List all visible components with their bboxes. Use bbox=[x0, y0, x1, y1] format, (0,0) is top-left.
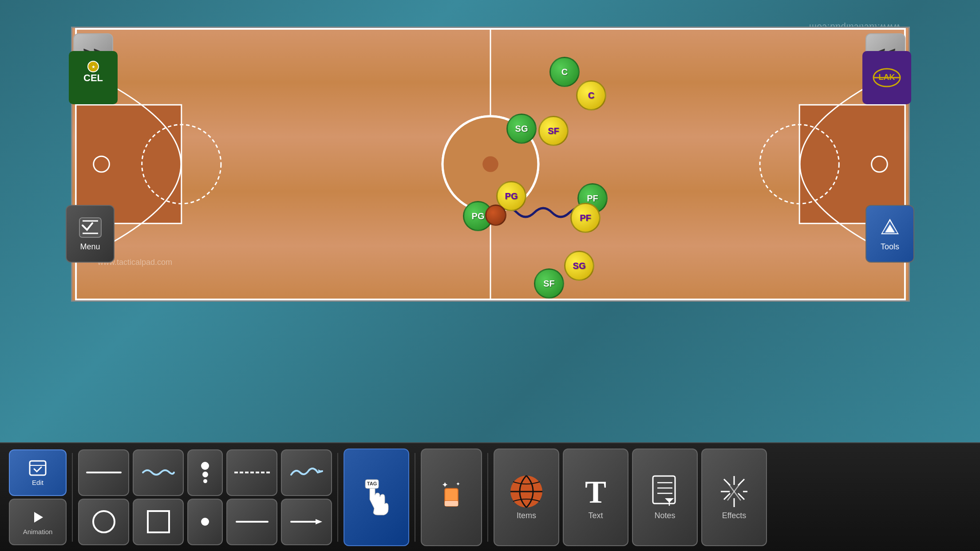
line-solid-icon bbox=[86, 472, 122, 473]
line-solid-button[interactable] bbox=[78, 449, 129, 496]
divider-2 bbox=[337, 453, 338, 542]
line-wave-button[interactable] bbox=[133, 449, 184, 496]
edit-label: Edit bbox=[32, 479, 43, 486]
zigzag-icon bbox=[289, 466, 324, 479]
text-icon: T bbox=[580, 474, 611, 509]
zigzag-tools bbox=[281, 449, 332, 545]
dots-tools bbox=[187, 449, 223, 545]
line-dashed-button[interactable] bbox=[226, 449, 277, 496]
line-dashed-icon bbox=[234, 472, 270, 473]
menu-button[interactable]: Menu bbox=[66, 205, 115, 263]
effects-icon bbox=[719, 474, 750, 509]
line-wave-icon bbox=[141, 466, 176, 479]
items-label: Items bbox=[517, 511, 536, 520]
player-sf1[interactable]: SF bbox=[538, 116, 569, 146]
zigzag-button[interactable] bbox=[281, 449, 332, 496]
svg-text:✦: ✦ bbox=[442, 480, 448, 489]
player-c1[interactable]: C bbox=[549, 57, 580, 87]
court-container: C C SG SF PG PG PF PF SG SF bbox=[71, 27, 910, 302]
notes-button[interactable]: Notes bbox=[632, 449, 698, 546]
hand-select-button[interactable]: TAG bbox=[344, 449, 409, 546]
basketball-icon bbox=[509, 474, 544, 509]
dot-medium bbox=[202, 472, 208, 477]
player-sf2[interactable]: SF bbox=[534, 268, 564, 299]
basketball-court: C C SG SF PG PG PF PF SG SF bbox=[71, 27, 910, 302]
svg-text:TAG: TAG bbox=[367, 481, 377, 486]
svg-text:LAK: LAK bbox=[879, 73, 895, 82]
notes-icon bbox=[649, 474, 680, 509]
dot-group bbox=[201, 462, 209, 483]
svg-text:CEL: CEL bbox=[83, 72, 103, 83]
notes-label: Notes bbox=[654, 511, 675, 520]
edit-animation-group: Edit Animation bbox=[9, 449, 67, 545]
arrow-button[interactable] bbox=[281, 499, 332, 545]
divider-4 bbox=[487, 453, 488, 542]
square-button[interactable] bbox=[133, 499, 184, 545]
dot-small bbox=[203, 479, 207, 483]
player-c2[interactable]: C bbox=[576, 80, 606, 110]
svg-point-8 bbox=[482, 156, 498, 172]
arrow-tools bbox=[226, 449, 277, 545]
line-tools-1 bbox=[78, 449, 129, 545]
effects-button[interactable]: Effects bbox=[701, 449, 767, 546]
tools-icon bbox=[878, 216, 902, 239]
text-label: Text bbox=[588, 511, 603, 520]
tools-label: Tools bbox=[881, 242, 899, 252]
circle-icon bbox=[92, 510, 115, 533]
player-sg2[interactable]: SG bbox=[564, 251, 594, 281]
line-flat-button[interactable] bbox=[226, 499, 277, 545]
eraser-icon: ✦ ✦ bbox=[438, 480, 465, 515]
svg-marker-32 bbox=[34, 512, 43, 523]
team-logo-celtics[interactable]: CEL ★ bbox=[69, 51, 118, 104]
line-flat-icon bbox=[234, 517, 270, 526]
hand-icon: TAG bbox=[361, 477, 392, 517]
square-icon bbox=[147, 510, 170, 533]
svg-text:T: T bbox=[585, 474, 606, 509]
animation-icon bbox=[28, 508, 47, 526]
celtics-logo-svg: CEL ★ bbox=[73, 55, 113, 100]
menu-icon bbox=[78, 216, 103, 239]
player-pf2[interactable]: PF bbox=[570, 203, 601, 233]
eraser-button[interactable]: ✦ ✦ bbox=[421, 449, 482, 546]
player-sg1[interactable]: SG bbox=[506, 114, 537, 144]
edit-icon bbox=[28, 459, 47, 477]
dot-single-button[interactable] bbox=[187, 499, 223, 545]
lakers-logo-svg: LAK bbox=[867, 55, 907, 100]
team-logo-lakers[interactable]: LAK bbox=[862, 51, 911, 104]
svg-rect-41 bbox=[445, 501, 458, 506]
animation-button[interactable]: Animation bbox=[9, 499, 67, 545]
effects-label: Effects bbox=[722, 511, 747, 520]
toolbar: Edit Animation bbox=[0, 442, 980, 551]
divider-1 bbox=[72, 453, 73, 542]
svg-text:★: ★ bbox=[91, 64, 95, 69]
divider-3 bbox=[415, 453, 415, 542]
svg-text:✦: ✦ bbox=[456, 481, 460, 487]
animation-label: Animation bbox=[23, 528, 53, 535]
basketball bbox=[485, 205, 506, 226]
edit-button[interactable]: Edit bbox=[9, 449, 67, 496]
dot-large bbox=[201, 462, 209, 470]
circle-button[interactable] bbox=[78, 499, 129, 545]
text-button[interactable]: T Text bbox=[563, 449, 628, 546]
court-lines bbox=[72, 28, 909, 300]
dot-sizes-button[interactable] bbox=[187, 449, 223, 496]
svg-rect-30 bbox=[30, 461, 46, 475]
line-tools-2 bbox=[133, 449, 184, 545]
menu-label: Menu bbox=[80, 242, 100, 252]
items-button[interactable]: Items bbox=[494, 449, 559, 546]
arrow-icon bbox=[289, 517, 324, 526]
svg-marker-36 bbox=[316, 519, 322, 524]
tools-button[interactable]: Tools bbox=[865, 205, 914, 263]
dot-icon bbox=[201, 518, 209, 526]
